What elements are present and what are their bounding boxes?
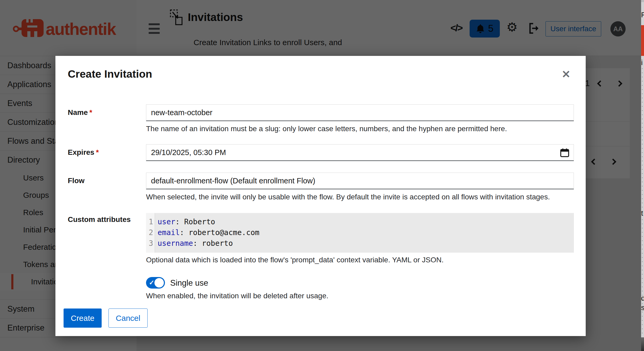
code-line: user: Roberto (158, 216, 259, 227)
expires-label: Expires* (68, 148, 145, 157)
modal-title: Create Invitation (68, 68, 152, 80)
required-asterisk: * (94, 148, 99, 156)
code-content: user: Robertoemail: roberto@acme.comuser… (155, 213, 259, 253)
create-button[interactable]: Create (64, 309, 102, 328)
name-help-text: The name of an invitation must be a slug… (146, 125, 507, 133)
custom-attributes-label: Custom attributes (68, 215, 145, 224)
code-line-number: 3 (146, 238, 155, 249)
yaml-value: : roberto@acme.com (180, 228, 259, 237)
code-line: username: roberto (158, 238, 259, 249)
code-line-number: 1 (146, 216, 155, 227)
code-line-numbers: 123 (146, 213, 155, 253)
sliver-text-fragment: t· (641, 210, 644, 217)
custom-attributes-code-editor[interactable]: 123 user: Robertoemail: roberto@acme.com… (146, 213, 574, 253)
sliver-text-fragment: d (641, 295, 644, 302)
sliver-top-cap (641, 0, 644, 2)
flow-select[interactable]: default-enrollment-flow (Default enrollm… (146, 173, 574, 189)
yaml-key: user (158, 217, 175, 226)
sliver-text-fragment: i (641, 59, 643, 66)
flow-label: Flow (68, 177, 145, 185)
custom-attributes-help-text: Optional data which is loaded into the f… (146, 256, 444, 264)
code-line: email: roberto@acme.com (158, 227, 259, 238)
sliver-text-fragment: F (641, 12, 644, 19)
page-edge-sliver: Fit·ds (641, 0, 644, 351)
expires-input[interactable]: 29/10/2025, 05:30 PM (146, 144, 574, 161)
cancel-button[interactable]: Cancel (108, 309, 148, 328)
name-label: Name* (68, 108, 145, 117)
code-line-number: 2 (146, 227, 155, 238)
required-asterisk: * (88, 108, 92, 116)
single-use-label[interactable]: Single use (170, 278, 208, 288)
yaml-key: username (158, 239, 193, 248)
single-use-toggle[interactable]: ✓ (146, 277, 165, 289)
flow-help-text: When selected, the invite will only be u… (146, 193, 550, 201)
sliver-red-block (641, 25, 644, 56)
toggle-check-icon: ✓ (149, 279, 154, 286)
name-input[interactable]: new-team-october (146, 104, 574, 121)
yaml-value: : roberto (193, 239, 233, 248)
app-root: authentik DashboardsApplicationsEventsCu… (0, 0, 644, 351)
yaml-value: : Roberto (175, 217, 215, 226)
single-use-help-text: When enabled, the invitation will be del… (146, 292, 328, 300)
calendar-icon[interactable] (560, 148, 569, 157)
create-invitation-modal: Create Invitation ✕ Name* new-team-octob… (55, 56, 586, 336)
sliver-text-fragment: s (641, 304, 644, 311)
toggle-knob (154, 278, 164, 288)
yaml-key: email (158, 228, 180, 237)
sliver-bottom-patch (641, 337, 644, 351)
close-icon[interactable]: ✕ (562, 69, 570, 79)
